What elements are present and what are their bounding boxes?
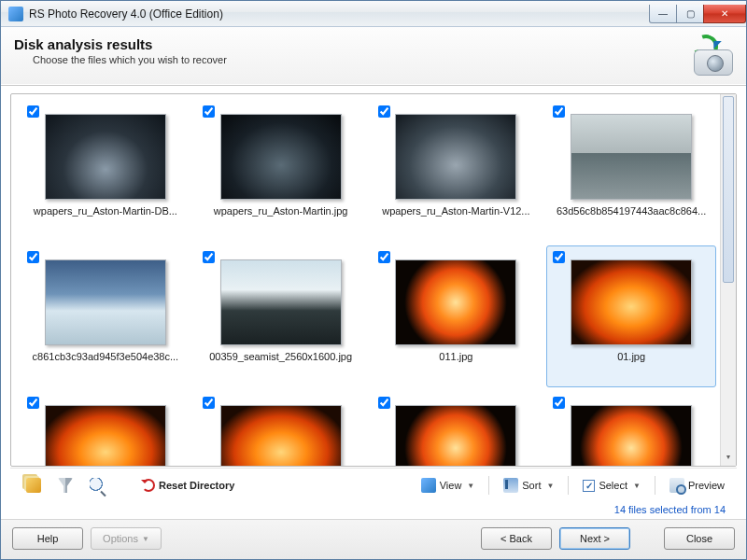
wizard-header: Disk analysis results Choose the files w… [1, 27, 746, 86]
title-bar[interactable]: RS Photo Recovery 4.0 (Office Edition) —… [1, 1, 746, 27]
thumbnail-image[interactable] [395, 114, 516, 200]
file-checkbox[interactable] [27, 105, 39, 118]
zoom-icon [90, 478, 105, 493]
file-name: wpapers_ru_Aston-Martin-DB... [23, 205, 188, 217]
file-checkbox[interactable] [203, 397, 215, 409]
separator [655, 476, 655, 495]
file-cell[interactable]: 63d56c8b854197443aac8c864... [546, 100, 716, 242]
file-cell[interactable]: 01.jpg [546, 245, 716, 387]
file-cell[interactable] [372, 391, 542, 466]
wizard-footer: Help Options ▼ < Back Next > Close [1, 519, 746, 559]
zoom-button[interactable] [83, 474, 111, 497]
results-panel: wpapers_ru_Aston-Martin-DB...wpapers_ru_… [10, 93, 737, 467]
back-button[interactable]: < Back [481, 527, 552, 550]
filter-icon [58, 478, 73, 493]
page-title: Disk analysis results [14, 36, 227, 52]
options-button[interactable]: Options ▼ [91, 527, 162, 550]
file-name: 00359_seamist_2560x1600.jpg [199, 351, 363, 362]
scroll-thumb[interactable] [723, 96, 734, 283]
scroll-down-arrow[interactable]: ▾ [723, 450, 734, 464]
separator [488, 476, 489, 495]
chevron-down-icon: ▼ [467, 482, 474, 490]
select-label: Select [599, 480, 627, 491]
preview-button[interactable]: Preview [663, 474, 731, 497]
sort-label: Sort [522, 480, 541, 491]
thumbnail-image[interactable] [571, 259, 692, 345]
file-checkbox[interactable] [553, 251, 565, 263]
file-checkbox[interactable] [203, 105, 215, 118]
separator [568, 476, 569, 495]
sort-menu[interactable]: Sort ▼ [497, 474, 560, 497]
reset-icon [142, 479, 155, 492]
chevron-down-icon: ▼ [142, 535, 149, 543]
thumbnail-grid: wpapers_ru_Aston-Martin-DB...wpapers_ru_… [11, 94, 720, 466]
file-name: wpapers_ru_Aston-Martin.jpg [199, 205, 363, 217]
view-icon [421, 478, 436, 493]
thumbnail-image[interactable] [45, 114, 166, 200]
page-subtitle: Choose the files which you wish to recov… [14, 54, 227, 65]
file-checkbox[interactable] [203, 251, 215, 263]
stack-icon [26, 478, 41, 493]
stack-button[interactable] [16, 474, 48, 497]
chevron-down-icon: ▼ [633, 482, 641, 490]
app-window: RS Photo Recovery 4.0 (Office Edition) —… [0, 0, 747, 560]
thumbnail-image[interactable] [395, 259, 516, 345]
checkbox-icon: ✓ [583, 480, 595, 492]
file-checkbox[interactable] [27, 251, 39, 263]
file-name: 011.jpg [374, 351, 539, 362]
options-label: Options [103, 533, 138, 544]
maximize-button[interactable]: ▢ [676, 5, 704, 23]
file-name: wpapers_ru_Aston-Martin-V12... [374, 205, 539, 217]
file-cell[interactable]: 00359_seamist_2560x1600.jpg [196, 245, 366, 387]
file-name: c861cb3c93ad945f3e504e38c... [23, 351, 188, 362]
grid-toolbar: Reset Directory View ▼ Sort ▼ ✓ Select ▼ [10, 468, 737, 502]
file-cell[interactable]: c861cb3c93ad945f3e504e38c... [21, 245, 190, 387]
help-button[interactable]: Help [12, 527, 83, 550]
window-controls: — ▢ ✕ [650, 5, 746, 23]
close-button[interactable]: Close [664, 527, 735, 550]
file-checkbox[interactable] [553, 105, 565, 118]
file-checkbox[interactable] [378, 251, 390, 263]
thumbnail-image[interactable] [571, 114, 692, 200]
chevron-down-icon: ▼ [546, 482, 554, 490]
file-cell[interactable]: wpapers_ru_Aston-Martin-V12... [372, 100, 542, 242]
reset-label: Reset Directory [159, 480, 234, 491]
vertical-scrollbar[interactable]: ▾ [720, 94, 736, 466]
file-cell[interactable] [546, 391, 716, 466]
file-checkbox[interactable] [553, 397, 565, 409]
sort-icon [503, 478, 518, 493]
app-icon [8, 7, 23, 21]
minimize-button[interactable]: — [649, 5, 677, 23]
filter-button[interactable] [51, 474, 79, 497]
select-menu[interactable]: ✓ Select ▼ [576, 474, 647, 497]
file-name: 63d56c8b854197443aac8c864... [549, 205, 713, 217]
thumbnail-image[interactable] [45, 405, 166, 466]
thumbnail-image[interactable] [220, 114, 342, 200]
next-button[interactable]: Next > [559, 527, 630, 550]
preview-icon [669, 478, 684, 493]
window-title: RS Photo Recovery 4.0 (Office Edition) [29, 7, 223, 21]
thumbnail-image[interactable] [395, 405, 516, 466]
reset-directory-button[interactable]: Reset Directory [135, 474, 241, 497]
wizard-body: wpapers_ru_Aston-Martin-DB...wpapers_ru_… [1, 86, 746, 519]
close-window-button[interactable]: ✕ [703, 5, 746, 23]
file-checkbox[interactable] [378, 105, 390, 118]
selection-status: 14 files selected from 14 [10, 502, 737, 519]
file-cell[interactable]: 011.jpg [372, 245, 542, 387]
preview-label: Preview [688, 480, 725, 491]
thumbnail-image[interactable] [220, 259, 342, 345]
thumbnail-image[interactable] [45, 259, 166, 345]
file-checkbox[interactable] [378, 397, 390, 409]
view-menu[interactable]: View ▼ [415, 474, 482, 497]
thumbnail-image[interactable] [571, 405, 692, 466]
file-cell[interactable] [196, 391, 366, 466]
view-label: View [440, 480, 462, 491]
thumbnail-image[interactable] [220, 405, 342, 466]
recovery-icon [684, 36, 733, 76]
file-cell[interactable] [21, 391, 190, 466]
file-cell[interactable]: wpapers_ru_Aston-Martin.jpg [196, 100, 366, 242]
file-checkbox[interactable] [27, 397, 39, 409]
file-cell[interactable]: wpapers_ru_Aston-Martin-DB... [21, 100, 190, 242]
file-name: 01.jpg [549, 351, 713, 362]
